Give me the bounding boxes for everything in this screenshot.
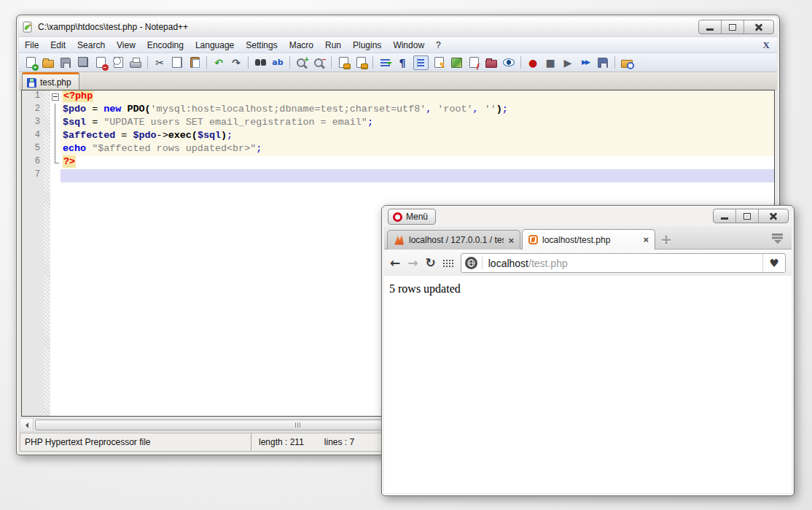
code-token xyxy=(479,104,485,115)
menu-item-encoding[interactable]: Encoding xyxy=(141,39,190,52)
macro-run-multiple-icon[interactable]: ▶▶ xyxy=(579,56,593,69)
scroll-left-button[interactable] xyxy=(20,419,34,431)
code-token: = xyxy=(86,117,104,128)
minimize-button[interactable] xyxy=(714,209,736,223)
opera-menu-button[interactable]: Menü xyxy=(388,209,436,225)
close-button[interactable] xyxy=(744,20,773,34)
menu-item-view[interactable]: View xyxy=(111,39,141,52)
minimize-button[interactable] xyxy=(699,20,722,34)
code-token: new xyxy=(104,104,121,115)
save-all-icon[interactable] xyxy=(77,56,90,69)
menu-item-edit[interactable]: Edit xyxy=(44,39,71,52)
code-line-3[interactable]: $sql = "UPDATE users SET email_registrat… xyxy=(60,117,774,130)
bookmark-heart-icon[interactable]: ♥ xyxy=(762,254,785,272)
macro-save-icon[interactable] xyxy=(596,56,610,69)
menu-item-settings[interactable]: Settings xyxy=(240,39,283,52)
browser-tab-phpmyadmin[interactable]: localhost / 127.0.0.1 / test× xyxy=(387,230,520,250)
code-token: $sql xyxy=(63,117,86,128)
fold-mark-line-1[interactable] xyxy=(50,90,60,104)
code-line-5[interactable]: echo "$affected rows updated<br>"; xyxy=(60,143,774,156)
toolbar-separator xyxy=(520,56,521,69)
toolbar-separator xyxy=(206,56,207,69)
notepadpp-titlebar[interactable]: C:\xampp\htdocs\test.php - Notepad++ xyxy=(19,18,777,36)
open-file-icon[interactable] xyxy=(42,56,55,69)
word-wrap-icon[interactable] xyxy=(378,56,392,69)
tab-close-icon[interactable]: × xyxy=(643,234,649,245)
undo-icon[interactable]: ↶ xyxy=(212,56,226,69)
tab-test-php[interactable]: test.php xyxy=(22,72,79,90)
zoom-in-icon[interactable]: + xyxy=(295,56,309,69)
code-token: $pdo xyxy=(133,130,156,141)
status-length: length : 211 xyxy=(259,437,304,447)
code-line-1[interactable]: <?php xyxy=(60,90,774,104)
code-line-6[interactable]: ?> xyxy=(60,156,774,169)
define-your-language-icon[interactable] xyxy=(432,56,446,69)
speed-dial-icon[interactable] xyxy=(443,259,453,268)
opera-menu-label: Menü xyxy=(406,212,428,222)
browser-viewport[interactable]: 5 rows updated xyxy=(384,276,792,493)
opera-titlebar[interactable]: Menü xyxy=(384,208,792,226)
browser-tab-xampp[interactable]: localhost/test.php× xyxy=(522,229,655,250)
npp-toolbar: ✂↶↷ab+−¶●■▶▶▶ xyxy=(19,53,777,72)
close-file-icon[interactable] xyxy=(94,56,108,69)
browser-tabs: localhost / 127.0.0.1 / test×localhost/t… xyxy=(387,228,657,249)
sync-horizontal-scrolling-icon[interactable] xyxy=(354,56,368,69)
reload-button[interactable]: ↻ xyxy=(426,257,436,269)
tab-menu-icon[interactable] xyxy=(771,233,784,244)
toolbar-separator xyxy=(372,56,373,69)
menubar-close-icon[interactable]: X xyxy=(763,39,770,51)
new-file-icon[interactable] xyxy=(24,56,38,69)
forward-button[interactable]: → xyxy=(407,257,418,269)
back-button[interactable]: ← xyxy=(390,257,400,269)
close-button[interactable] xyxy=(759,209,788,223)
line-number: 7 xyxy=(22,169,44,182)
folder-as-workspace-icon[interactable] xyxy=(485,56,499,69)
menu-item-language[interactable]: Language xyxy=(190,39,240,52)
show-all-characters-icon[interactable]: ¶ xyxy=(396,56,410,69)
open-containing-folder-icon[interactable] xyxy=(620,56,634,69)
restore-button[interactable] xyxy=(722,20,744,34)
code-token: ) xyxy=(221,130,227,141)
code-token: , xyxy=(473,104,479,115)
menu-item-file[interactable]: File xyxy=(19,39,44,52)
code-token: ; xyxy=(367,117,373,128)
function-list-icon[interactable] xyxy=(467,56,481,69)
cut-icon[interactable]: ✂ xyxy=(153,56,167,69)
line-number: 1 xyxy=(22,90,44,104)
tab-close-icon[interactable]: × xyxy=(508,235,514,246)
code-line-4[interactable]: $affected = $pdo->exec($sql); xyxy=(60,130,774,143)
menu-item-macro[interactable]: Macro xyxy=(284,39,319,52)
macro-play-icon[interactable]: ▶ xyxy=(561,56,575,69)
address-bar[interactable]: localhost /test.php ♥ xyxy=(461,253,786,273)
menu-item-window[interactable]: Window xyxy=(387,39,430,52)
menu-item-help[interactable]: ? xyxy=(430,39,447,52)
zoom-out-icon[interactable]: − xyxy=(313,56,327,69)
sync-vertical-scrolling-icon[interactable] xyxy=(337,56,351,69)
close-all-icon[interactable] xyxy=(112,56,125,69)
macro-record-icon[interactable]: ● xyxy=(526,56,540,69)
fold-mark-line-6 xyxy=(50,156,60,169)
code-token: echo xyxy=(63,143,86,154)
paste-icon[interactable] xyxy=(188,56,202,69)
opera-logo-icon xyxy=(393,212,402,222)
restore-button[interactable] xyxy=(736,209,759,223)
code-line-7[interactable] xyxy=(60,169,774,182)
menu-item-plugins[interactable]: Plugins xyxy=(347,39,387,52)
replace-icon[interactable]: ab xyxy=(271,56,285,69)
macro-stop-icon[interactable]: ■ xyxy=(544,56,558,69)
print-icon[interactable] xyxy=(129,56,143,69)
fold-margin[interactable] xyxy=(50,90,60,416)
save-file-icon[interactable] xyxy=(59,56,73,69)
menu-item-run[interactable]: Run xyxy=(319,39,347,52)
find-icon[interactable] xyxy=(254,56,268,69)
new-tab-button[interactable]: + xyxy=(657,230,676,249)
code-line-2[interactable]: $pdo = new PDO('mysql:host=localhost;dbn… xyxy=(60,104,774,117)
show-indent-guide-icon[interactable] xyxy=(413,55,429,70)
bookmark-margin[interactable] xyxy=(44,90,50,416)
document-monitor-icon[interactable] xyxy=(502,56,516,69)
copy-icon[interactable] xyxy=(171,56,184,69)
menu-item-search[interactable]: Search xyxy=(71,39,111,52)
site-globe-icon[interactable] xyxy=(465,257,477,269)
redo-icon[interactable]: ↷ xyxy=(230,56,243,69)
document-map-icon[interactable] xyxy=(450,56,464,69)
